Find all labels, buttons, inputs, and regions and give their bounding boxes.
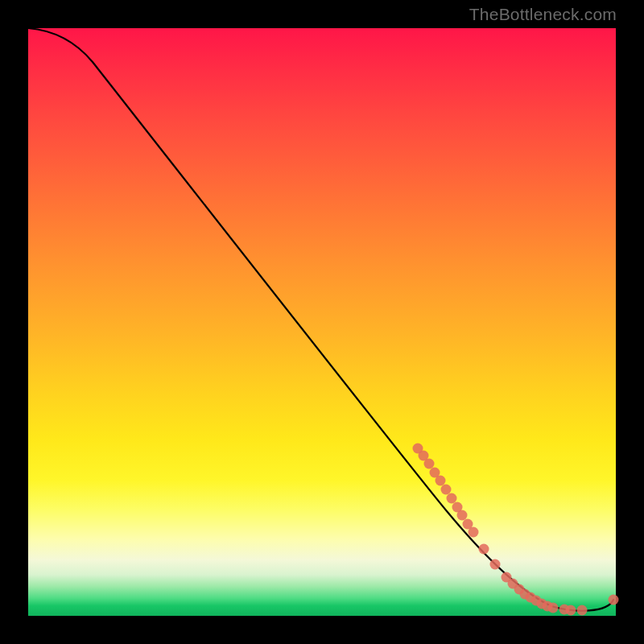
bottleneck-curve [28,28,613,611]
data-point [566,605,576,616]
chart-frame: TheBottleneck.com [0,0,644,644]
chart-overlay [28,28,616,616]
data-points [413,444,619,616]
data-point [609,595,619,605]
data-point [457,510,468,521]
data-point [577,605,588,616]
data-point [436,476,446,486]
data-point [469,527,479,538]
data-point [424,459,435,469]
data-point [441,485,452,495]
data-point [548,603,559,613]
data-point [447,493,457,504]
data-point [479,544,489,555]
watermark-label: TheBottleneck.com [469,5,617,24]
data-point [490,559,501,570]
